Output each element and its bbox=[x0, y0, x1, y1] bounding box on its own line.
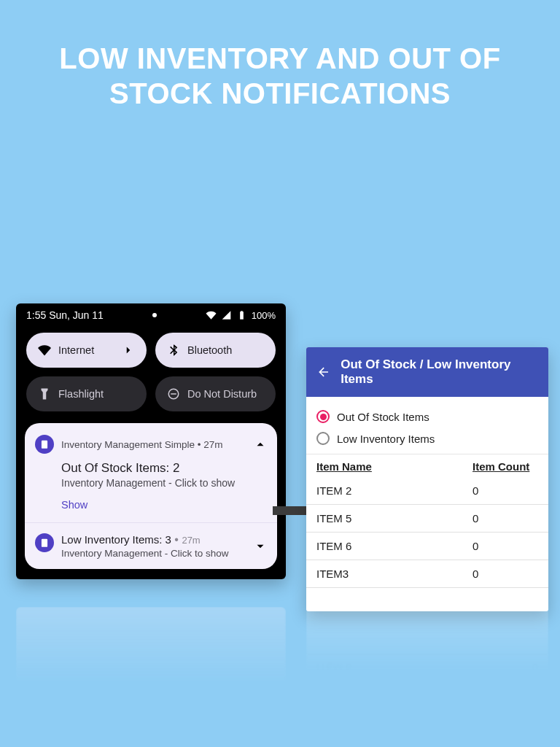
qs-bluetooth[interactable]: Bluetooth bbox=[155, 333, 276, 368]
wifi-icon bbox=[206, 310, 217, 320]
app-panel-reflection: ITEM30 ITEM 60 bbox=[306, 600, 548, 709]
back-arrow-icon[interactable] bbox=[316, 365, 330, 379]
dnd-icon bbox=[167, 387, 180, 400]
inventory-app-panel: Out Of Stock / Low Inventory Items Out O… bbox=[306, 347, 548, 611]
cell-item-count: 0 bbox=[472, 568, 538, 580]
notif-show-action[interactable]: Show bbox=[61, 499, 88, 511]
cell-item-name: ITEM3 bbox=[316, 568, 472, 580]
notif-title: Out Of Stock Items: 2 bbox=[61, 461, 267, 476]
qs-flashlight[interactable]: Flashlight bbox=[26, 376, 147, 411]
bluetooth-icon bbox=[167, 344, 180, 357]
cell-item-count: 0 bbox=[472, 512, 538, 525]
notif-body: Inventory Management - Click to show bbox=[61, 477, 267, 489]
phone-reflection: Low Inventory Items: 3 Inventory Managem… bbox=[16, 607, 286, 724]
signal-icon bbox=[221, 310, 232, 320]
radio-out-of-stock[interactable]: Out Of Stock Items bbox=[316, 406, 538, 427]
app-icon bbox=[35, 435, 54, 454]
radio-icon bbox=[316, 432, 330, 445]
battery-icon bbox=[236, 310, 247, 320]
table-row[interactable]: ITEM 6 0 bbox=[306, 533, 548, 560]
radio-out-of-stock-label: Out Of Stock Items bbox=[337, 411, 429, 423]
app-icon bbox=[35, 533, 54, 552]
col-item-count: Item Count bbox=[472, 460, 538, 473]
chevron-right-icon bbox=[122, 344, 135, 357]
notif-app-name: Inventory Management Simple bbox=[61, 439, 195, 450]
qs-dnd-label: Do Not Disturb bbox=[187, 388, 257, 400]
cell-item-name: ITEM 5 bbox=[316, 512, 472, 525]
notification-shade: 1:55 Sun, Jun 11 100% Internet Bluetooth… bbox=[16, 303, 286, 579]
clipboard-icon bbox=[39, 538, 50, 548]
clipboard-icon bbox=[39, 439, 50, 449]
hero-title: LOW INVENTORY AND OUT OF STOCK NOTIFICAT… bbox=[0, 0, 560, 111]
status-icons: 100% bbox=[206, 310, 276, 321]
notification-secondary[interactable]: Low Inventory Items: 3 • 27m Inventory M… bbox=[35, 533, 267, 559]
app-bar: Out Of Stock / Low Inventory Items bbox=[306, 347, 548, 397]
app-bar-title: Out Of Stock / Low Inventory Items bbox=[341, 357, 538, 387]
wifi-icon bbox=[38, 344, 51, 357]
qs-internet-label: Internet bbox=[58, 344, 94, 356]
qs-dnd[interactable]: Do Not Disturb bbox=[155, 376, 276, 411]
radio-icon bbox=[316, 410, 330, 423]
table-row[interactable]: ITEM 2 0 bbox=[306, 477, 548, 505]
qs-flashlight-label: Flashlight bbox=[58, 388, 104, 400]
status-bar: 1:55 Sun, Jun 11 100% bbox=[16, 303, 286, 333]
qs-internet[interactable]: Internet bbox=[26, 333, 147, 368]
quick-settings-grid: Internet Bluetooth Flashlight Do Not Dis… bbox=[16, 333, 286, 423]
battery-percent: 100% bbox=[252, 310, 276, 321]
cell-item-count: 0 bbox=[472, 484, 538, 497]
notif2-age: 27m bbox=[182, 535, 200, 546]
table-row[interactable]: ITEM3 0 bbox=[306, 560, 548, 588]
notif2-title: Low Inventory Items: 3 bbox=[61, 533, 171, 546]
cell-item-name: ITEM 6 bbox=[316, 540, 472, 552]
notification-card[interactable]: Inventory Management Simple • 27m Out Of… bbox=[25, 423, 277, 569]
chevron-up-icon[interactable] bbox=[254, 438, 267, 451]
chevron-down-icon[interactable] bbox=[254, 540, 267, 553]
notif2-body: Inventory Management - Click to show bbox=[61, 548, 246, 559]
col-item-name: Item Name bbox=[316, 460, 472, 473]
qs-bluetooth-label: Bluetooth bbox=[187, 344, 232, 356]
radio-low-inventory-label: Low Inventory Items bbox=[337, 433, 435, 445]
notification-header[interactable]: Inventory Management Simple • 27m bbox=[35, 435, 267, 454]
cell-item-name: ITEM 2 bbox=[316, 484, 472, 497]
table-row[interactable]: ITEM 5 0 bbox=[306, 505, 548, 533]
notif-age: 27m bbox=[203, 439, 222, 450]
flashlight-icon bbox=[38, 387, 51, 400]
status-time-date: 1:55 Sun, Jun 11 bbox=[26, 309, 104, 321]
cell-item-count: 0 bbox=[472, 540, 538, 552]
table-header: Item Name Item Count bbox=[306, 454, 548, 477]
radio-low-inventory[interactable]: Low Inventory Items bbox=[316, 427, 538, 449]
